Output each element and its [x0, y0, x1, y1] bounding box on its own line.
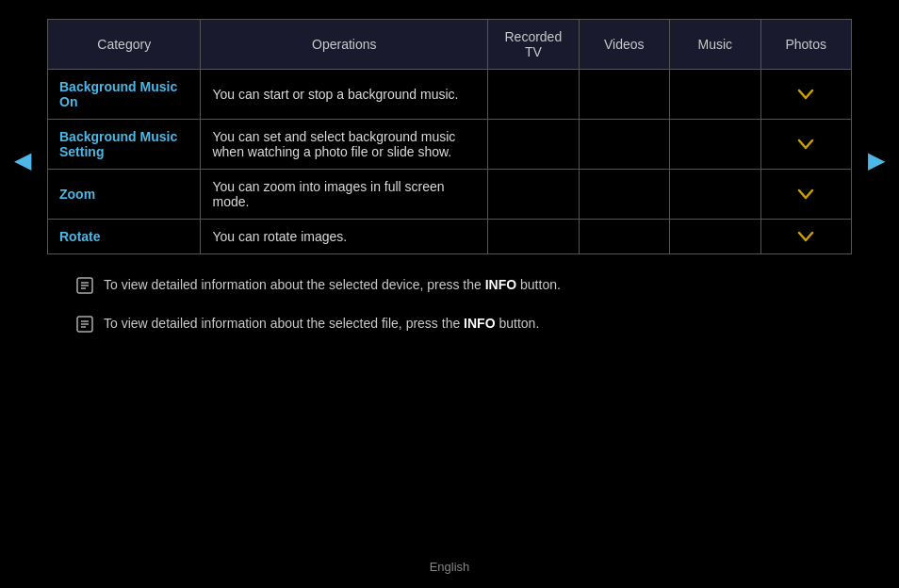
notes-section: To view detailed information about the s…	[47, 275, 852, 339]
operations-cell: You can rotate images.	[201, 220, 488, 254]
operations-cell: You can start or stop a background music…	[201, 70, 488, 120]
videos-cell	[579, 120, 669, 170]
recorded-tv-cell	[488, 70, 579, 120]
recorded-tv-cell	[488, 170, 579, 220]
videos-cell	[579, 70, 669, 120]
nav-arrow-left[interactable]: ◀	[9, 147, 36, 173]
music-cell	[670, 170, 760, 220]
music-cell	[670, 220, 760, 254]
footer-language: English	[430, 560, 470, 574]
chevron-icon	[773, 89, 840, 100]
feature-table: Category Operations RecordedTV Videos Mu…	[47, 19, 852, 254]
col-header-operations: Operations	[201, 20, 488, 70]
col-header-photos: Photos	[760, 20, 851, 70]
chevron-icon	[773, 231, 840, 242]
table-row: ZoomYou can zoom into images in full scr…	[48, 170, 852, 220]
photos-cell	[760, 120, 851, 170]
videos-cell	[579, 170, 669, 220]
note-item-2: To view detailed information about the s…	[75, 314, 824, 339]
operations-cell: You can set and select background music …	[201, 120, 488, 170]
photos-cell	[760, 220, 851, 254]
col-header-videos: Videos	[579, 20, 669, 70]
note-item-1: To view detailed information about the s…	[75, 275, 824, 301]
category-cell: Zoom	[48, 170, 201, 220]
footer: English	[0, 560, 899, 574]
right-arrow-icon: ▶	[868, 147, 885, 173]
note-text-2: To view detailed information about the s…	[104, 314, 539, 334]
videos-cell	[579, 220, 669, 254]
music-cell	[670, 120, 760, 170]
music-cell	[670, 70, 760, 120]
photos-cell	[760, 70, 851, 120]
note-icon-1	[75, 276, 94, 301]
recorded-tv-cell	[488, 120, 579, 170]
photos-cell	[760, 170, 851, 220]
category-cell: Rotate	[48, 220, 201, 254]
note-text-1: To view detailed information about the s…	[104, 275, 561, 295]
operations-cell: You can zoom into images in full screen …	[201, 170, 488, 220]
category-cell: Background Music Setting	[48, 120, 201, 170]
left-arrow-icon: ◀	[14, 147, 31, 173]
nav-arrow-right[interactable]: ▶	[863, 147, 890, 173]
col-header-category: Category	[48, 20, 201, 70]
col-header-recorded-tv: RecordedTV	[488, 20, 579, 70]
table-row: Background Music SettingYou can set and …	[48, 120, 852, 170]
table-row: Background Music OnYou can start or stop…	[48, 70, 852, 120]
category-cell: Background Music On	[48, 70, 201, 120]
col-header-music: Music	[670, 20, 760, 70]
chevron-icon	[773, 139, 840, 150]
recorded-tv-cell	[488, 220, 579, 254]
note-icon-2	[75, 315, 94, 339]
table-row: RotateYou can rotate images.	[48, 220, 852, 254]
chevron-icon	[773, 188, 840, 200]
